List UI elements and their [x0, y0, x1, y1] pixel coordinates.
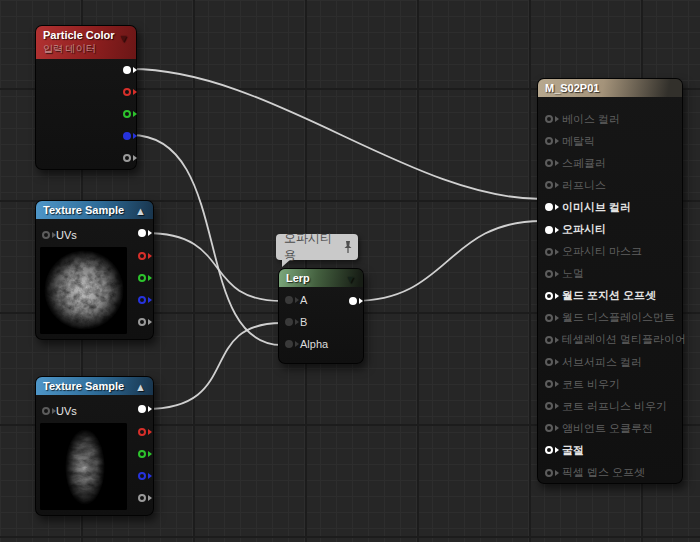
- lerp-title: Lerp: [286, 272, 310, 284]
- pin-particle-b[interactable]: [123, 132, 131, 140]
- pushpin-icon[interactable]: [343, 240, 353, 254]
- pin-particle-g[interactable]: [123, 110, 131, 118]
- texture-sample-1-header[interactable]: Texture Sample ▲: [36, 201, 153, 219]
- pin-icon[interactable]: [545, 159, 553, 167]
- pin-lerp-a[interactable]: [285, 296, 293, 304]
- pin-ts1-g[interactable]: [138, 274, 146, 282]
- ts2-uvs-label: UVs: [56, 405, 77, 417]
- material-pin-world-position-offset[interactable]: 월드 포지션 오프셋: [538, 285, 682, 307]
- ts2-texture-preview: [40, 423, 127, 510]
- pin-icon[interactable]: [545, 181, 553, 189]
- material-pin-opacity-mask[interactable]: 오파시티 마스크: [538, 241, 682, 263]
- pin-icon[interactable]: [545, 137, 553, 145]
- pin-icon[interactable]: [545, 226, 553, 234]
- material-pin-ambient-occlusion[interactable]: 앰비언트 오클루전: [538, 417, 682, 439]
- graph-canvas[interactable]: Particle Color ▼ 입력 데이터 Texture Sample ▲…: [0, 0, 700, 542]
- pin-ts2-b[interactable]: [138, 472, 146, 480]
- pin-icon[interactable]: [545, 402, 553, 410]
- material-pin-specular[interactable]: 스페큘러: [538, 152, 682, 174]
- lerp-input-b[interactable]: B: [279, 311, 363, 333]
- particle-color-header[interactable]: Particle Color ▼ 입력 데이터: [36, 26, 136, 59]
- pin-particle-rgb[interactable]: [123, 66, 131, 74]
- material-pin-opacity[interactable]: 오파시티: [538, 218, 682, 240]
- collapse-arrow-icon[interactable]: ▼: [345, 273, 356, 285]
- material-pin-clear-coat[interactable]: 코트 비우기: [538, 373, 682, 395]
- lerp-a-label: A: [300, 294, 307, 306]
- texture-sample-2-header[interactable]: Texture Sample ▲: [36, 377, 153, 395]
- material-pin-tessellation-multiplier[interactable]: 테셀레이션 멀티플라이어: [538, 329, 682, 351]
- material-header[interactable]: M_S02P01: [538, 79, 682, 97]
- material-pin-refraction[interactable]: 굴절: [538, 439, 682, 461]
- lerp-b-label: B: [300, 316, 307, 328]
- pin-particle-a[interactable]: [123, 154, 131, 162]
- pin-ts2-uvs[interactable]: [42, 407, 50, 415]
- pin-particle-r[interactable]: [123, 88, 131, 96]
- material-pin-metallic[interactable]: 메탈릭: [538, 130, 682, 152]
- pin-icon[interactable]: [545, 336, 553, 344]
- node-texture-sample-2[interactable]: Texture Sample ▲ UVs: [35, 376, 154, 516]
- collapse-arrow-icon[interactable]: ▲: [135, 381, 146, 393]
- node-lerp[interactable]: Lerp ▼ A B Alpha: [278, 268, 364, 364]
- material-pin-emissive-color[interactable]: 이미시브 컬러: [538, 196, 682, 218]
- particle-color-title: Particle Color: [43, 29, 115, 41]
- lerp-alpha-label: Alpha: [300, 338, 328, 350]
- pin-icon[interactable]: [545, 292, 553, 300]
- material-pin-world-displacement[interactable]: 월드 디스플레이스먼트: [538, 307, 682, 329]
- material-pin-base-color[interactable]: 베이스 컬러: [538, 108, 682, 130]
- wire-lerp-out-to-opacity[interactable]: [354, 221, 542, 301]
- node-material-result[interactable]: M_S02P01 베이스 컬러 메탈릭 스페큘러 러프니스 이미시브 컬러 오파…: [537, 78, 683, 484]
- pin-lerp-alpha[interactable]: [285, 340, 293, 348]
- wire-ts1-rgb-to-lerp-a[interactable]: [146, 233, 282, 301]
- wire-ts2-rgb-to-lerp-b[interactable]: [146, 323, 282, 409]
- pin-lerp-b[interactable]: [285, 318, 293, 326]
- pin-icon[interactable]: [545, 115, 553, 123]
- pin-icon[interactable]: [545, 314, 553, 322]
- material-pin-roughness[interactable]: 러프니스: [538, 174, 682, 196]
- pin-icon[interactable]: [545, 424, 553, 432]
- comment-text: 오파시티용: [284, 230, 343, 264]
- lerp-input-alpha[interactable]: Alpha: [279, 333, 363, 355]
- node-texture-sample-1[interactable]: Texture Sample ▲ UVs: [35, 200, 154, 340]
- particle-color-subtitle: 입력 데이터: [43, 42, 129, 56]
- ts1-texture-preview: [40, 247, 127, 334]
- collapse-arrow-icon[interactable]: ▲: [135, 205, 146, 217]
- pin-ts2-g[interactable]: [138, 450, 146, 458]
- material-title: M_S02P01: [545, 82, 599, 94]
- pin-ts1-a[interactable]: [138, 318, 146, 326]
- pin-icon[interactable]: [545, 270, 553, 278]
- pin-ts1-b[interactable]: [138, 296, 146, 304]
- material-pin-normal[interactable]: 노멀: [538, 263, 682, 285]
- texture-sample-2-title: Texture Sample: [43, 380, 124, 392]
- lerp-comment-bubble[interactable]: 오파시티용: [276, 234, 358, 260]
- collapse-arrow-icon[interactable]: ▼: [118, 32, 129, 44]
- ts1-uvs-label: UVs: [56, 229, 77, 241]
- pin-icon[interactable]: [545, 446, 553, 454]
- pin-ts2-a[interactable]: [138, 494, 146, 502]
- pin-ts1-r[interactable]: [138, 252, 146, 260]
- pin-ts2-r[interactable]: [138, 428, 146, 436]
- pin-ts2-rgb[interactable]: [138, 405, 146, 413]
- pin-icon[interactable]: [545, 248, 553, 256]
- material-pin-clear-coat-roughness[interactable]: 코트 러프니스 비우기: [538, 395, 682, 417]
- lerp-header[interactable]: Lerp ▼: [279, 269, 363, 287]
- texture-sample-1-title: Texture Sample: [43, 204, 124, 216]
- pin-icon[interactable]: [545, 203, 553, 211]
- node-particle-color[interactable]: Particle Color ▼ 입력 데이터: [35, 25, 137, 170]
- material-pin-subsurface-color[interactable]: 서브서피스 컬러: [538, 351, 682, 373]
- pin-icon[interactable]: [545, 469, 553, 477]
- pin-icon[interactable]: [545, 380, 553, 388]
- pin-lerp-output[interactable]: [349, 297, 357, 305]
- pin-icon[interactable]: [545, 358, 553, 366]
- pin-ts1-uvs[interactable]: [42, 231, 50, 239]
- pin-ts1-rgb[interactable]: [138, 229, 146, 237]
- material-pin-pixel-depth-offset[interactable]: 픽셀 뎁스 오프셋: [538, 462, 682, 484]
